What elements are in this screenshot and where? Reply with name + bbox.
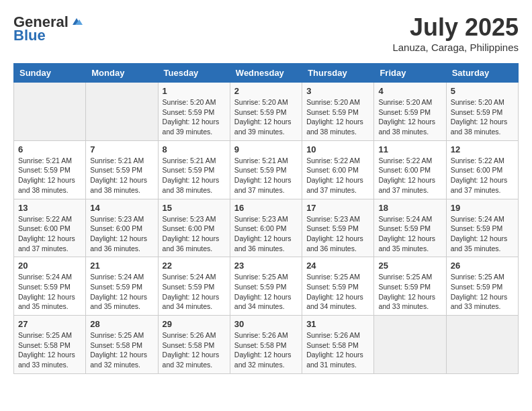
calendar-cell <box>446 316 518 374</box>
calendar-cell: 3Sunrise: 5:20 AM Sunset: 5:59 PM Daylig… <box>302 83 374 141</box>
day-number: 27 <box>18 319 81 329</box>
day-info: Sunrise: 5:25 AM Sunset: 5:58 PM Dayligh… <box>18 330 81 370</box>
calendar-cell: 2Sunrise: 5:20 AM Sunset: 5:59 PM Daylig… <box>230 83 302 141</box>
weekday-header-thursday: Thursday <box>302 64 374 83</box>
day-number: 14 <box>90 203 153 213</box>
calendar-cell: 25Sunrise: 5:25 AM Sunset: 5:59 PM Dayli… <box>374 257 446 316</box>
day-info: Sunrise: 5:25 AM Sunset: 5:59 PM Dayligh… <box>451 272 514 312</box>
calendar-cell: 7Sunrise: 5:21 AM Sunset: 5:59 PM Daylig… <box>86 140 158 199</box>
day-info: Sunrise: 5:22 AM Sunset: 6:00 PM Dayligh… <box>18 214 81 254</box>
day-number: 28 <box>90 319 153 329</box>
day-info: Sunrise: 5:25 AM Sunset: 5:59 PM Dayligh… <box>234 272 298 312</box>
day-info: Sunrise: 5:25 AM Sunset: 5:58 PM Dayligh… <box>90 330 153 370</box>
weekday-header-tuesday: Tuesday <box>158 64 230 83</box>
day-info: Sunrise: 5:24 AM Sunset: 5:59 PM Dayligh… <box>90 272 153 312</box>
day-info: Sunrise: 5:23 AM Sunset: 6:00 PM Dayligh… <box>90 214 153 254</box>
day-info: Sunrise: 5:24 AM Sunset: 5:59 PM Dayligh… <box>451 214 514 254</box>
day-number: 25 <box>378 261 441 271</box>
calendar-cell: 24Sunrise: 5:25 AM Sunset: 5:59 PM Dayli… <box>302 257 374 316</box>
calendar-week-row: 13Sunrise: 5:22 AM Sunset: 6:00 PM Dayli… <box>14 199 519 257</box>
day-number: 4 <box>378 86 441 96</box>
logo-icon <box>70 15 83 29</box>
day-number: 11 <box>378 144 441 154</box>
calendar-cell: 28Sunrise: 5:25 AM Sunset: 5:58 PM Dayli… <box>86 316 158 374</box>
day-number: 8 <box>163 144 226 154</box>
calendar-cell: 27Sunrise: 5:25 AM Sunset: 5:58 PM Dayli… <box>14 316 86 374</box>
calendar-cell: 13Sunrise: 5:22 AM Sunset: 6:00 PM Dayli… <box>14 199 86 257</box>
calendar-cell: 29Sunrise: 5:26 AM Sunset: 5:58 PM Dayli… <box>158 316 230 374</box>
weekday-header-monday: Monday <box>86 64 158 83</box>
day-info: Sunrise: 5:24 AM Sunset: 5:59 PM Dayligh… <box>378 214 441 254</box>
calendar-cell: 15Sunrise: 5:23 AM Sunset: 6:00 PM Dayli… <box>158 199 230 257</box>
day-number: 1 <box>163 86 226 96</box>
location-text: Lanuza, Caraga, Philippines <box>392 42 519 53</box>
day-number: 2 <box>234 86 298 96</box>
weekday-header-saturday: Saturday <box>446 64 518 83</box>
weekday-header-row: SundayMondayTuesdayWednesdayThursdayFrid… <box>14 64 519 83</box>
day-info: Sunrise: 5:23 AM Sunset: 6:00 PM Dayligh… <box>234 214 298 254</box>
weekday-header-friday: Friday <box>374 64 446 83</box>
day-number: 29 <box>163 319 226 329</box>
day-number: 12 <box>451 144 514 154</box>
day-info: Sunrise: 5:26 AM Sunset: 5:58 PM Dayligh… <box>163 330 226 370</box>
calendar-cell: 31Sunrise: 5:26 AM Sunset: 5:58 PM Dayli… <box>302 316 374 374</box>
day-info: Sunrise: 5:21 AM Sunset: 5:59 PM Dayligh… <box>90 156 153 195</box>
calendar-table: SundayMondayTuesdayWednesdayThursdayFrid… <box>13 63 519 374</box>
calendar-cell: 19Sunrise: 5:24 AM Sunset: 5:59 PM Dayli… <box>446 199 518 257</box>
calendar-cell: 12Sunrise: 5:22 AM Sunset: 6:00 PM Dayli… <box>446 140 518 199</box>
day-number: 10 <box>306 144 369 154</box>
calendar-cell: 6Sunrise: 5:21 AM Sunset: 5:59 PM Daylig… <box>14 140 86 199</box>
day-number: 6 <box>18 144 81 154</box>
calendar-cell: 21Sunrise: 5:24 AM Sunset: 5:59 PM Dayli… <box>86 257 158 316</box>
day-number: 3 <box>306 86 369 96</box>
day-number: 21 <box>90 261 153 271</box>
day-info: Sunrise: 5:20 AM Sunset: 5:59 PM Dayligh… <box>163 97 226 137</box>
calendar-cell: 23Sunrise: 5:25 AM Sunset: 5:59 PM Dayli… <box>230 257 302 316</box>
day-info: Sunrise: 5:20 AM Sunset: 5:59 PM Dayligh… <box>306 97 369 137</box>
day-info: Sunrise: 5:22 AM Sunset: 6:00 PM Dayligh… <box>378 156 441 195</box>
calendar-cell: 30Sunrise: 5:26 AM Sunset: 5:58 PM Dayli… <box>230 316 302 374</box>
day-number: 31 <box>306 319 369 329</box>
calendar-cell <box>86 83 158 141</box>
calendar-week-row: 1Sunrise: 5:20 AM Sunset: 5:59 PM Daylig… <box>14 83 519 141</box>
calendar-cell: 10Sunrise: 5:22 AM Sunset: 6:00 PM Dayli… <box>302 140 374 199</box>
day-number: 24 <box>306 261 369 271</box>
day-number: 20 <box>18 261 81 271</box>
calendar-cell <box>14 83 86 141</box>
page-header: General Blue July 2025 Lanuza, Caraga, P… <box>13 13 519 53</box>
logo-blue-text: Blue <box>13 27 46 44</box>
title-section: July 2025 Lanuza, Caraga, Philippines <box>392 13 519 53</box>
calendar-week-row: 20Sunrise: 5:24 AM Sunset: 5:59 PM Dayli… <box>14 257 519 316</box>
calendar-cell: 14Sunrise: 5:23 AM Sunset: 6:00 PM Dayli… <box>86 199 158 257</box>
weekday-header-wednesday: Wednesday <box>230 64 302 83</box>
calendar-cell: 5Sunrise: 5:20 AM Sunset: 5:59 PM Daylig… <box>446 83 518 141</box>
calendar-cell: 9Sunrise: 5:21 AM Sunset: 5:59 PM Daylig… <box>230 140 302 199</box>
calendar-cell <box>374 316 446 374</box>
calendar-week-row: 6Sunrise: 5:21 AM Sunset: 5:59 PM Daylig… <box>14 140 519 199</box>
day-info: Sunrise: 5:22 AM Sunset: 6:00 PM Dayligh… <box>306 156 369 195</box>
day-info: Sunrise: 5:26 AM Sunset: 5:58 PM Dayligh… <box>306 330 369 370</box>
calendar-week-row: 27Sunrise: 5:25 AM Sunset: 5:58 PM Dayli… <box>14 316 519 374</box>
calendar-cell: 4Sunrise: 5:20 AM Sunset: 5:59 PM Daylig… <box>374 83 446 141</box>
day-info: Sunrise: 5:24 AM Sunset: 5:59 PM Dayligh… <box>18 272 81 312</box>
calendar-cell: 20Sunrise: 5:24 AM Sunset: 5:59 PM Dayli… <box>14 257 86 316</box>
day-info: Sunrise: 5:24 AM Sunset: 5:59 PM Dayligh… <box>163 272 226 312</box>
day-info: Sunrise: 5:26 AM Sunset: 5:58 PM Dayligh… <box>234 330 298 370</box>
day-info: Sunrise: 5:25 AM Sunset: 5:59 PM Dayligh… <box>306 272 369 312</box>
day-number: 19 <box>451 203 514 213</box>
day-number: 9 <box>234 144 298 154</box>
calendar-cell: 1Sunrise: 5:20 AM Sunset: 5:59 PM Daylig… <box>158 83 230 141</box>
day-number: 15 <box>163 203 226 213</box>
day-info: Sunrise: 5:20 AM Sunset: 5:59 PM Dayligh… <box>451 97 514 137</box>
calendar-cell: 22Sunrise: 5:24 AM Sunset: 5:59 PM Dayli… <box>158 257 230 316</box>
calendar-cell: 11Sunrise: 5:22 AM Sunset: 6:00 PM Dayli… <box>374 140 446 199</box>
calendar-cell: 18Sunrise: 5:24 AM Sunset: 5:59 PM Dayli… <box>374 199 446 257</box>
day-info: Sunrise: 5:20 AM Sunset: 5:59 PM Dayligh… <box>378 97 441 137</box>
day-info: Sunrise: 5:23 AM Sunset: 6:00 PM Dayligh… <box>163 214 226 254</box>
weekday-header-sunday: Sunday <box>14 64 86 83</box>
logo: General Blue <box>13 13 83 44</box>
day-number: 7 <box>90 144 153 154</box>
day-info: Sunrise: 5:20 AM Sunset: 5:59 PM Dayligh… <box>234 97 298 137</box>
day-info: Sunrise: 5:22 AM Sunset: 6:00 PM Dayligh… <box>451 156 514 195</box>
day-info: Sunrise: 5:21 AM Sunset: 5:59 PM Dayligh… <box>163 156 226 195</box>
